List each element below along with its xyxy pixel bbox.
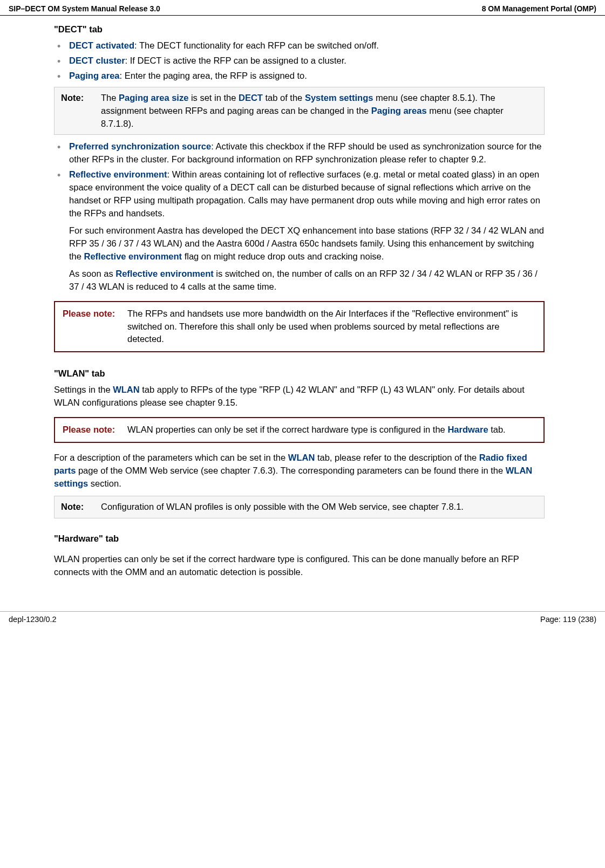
reflective-para-2: As soon as Reflective environment is swi…: [54, 268, 545, 293]
hardware-text: WLAN properties can only be set if the c…: [54, 553, 545, 579]
dect-tab-list-1: DECT activated: The DECT functionality f…: [54, 39, 545, 83]
page-header: SIP–DECT OM System Manual Release 3.0 8 …: [0, 0, 605, 16]
wlan-intro: Settings in the WLAN tab apply to RFPs o…: [54, 384, 545, 409]
text: As soon as: [69, 269, 115, 278]
please-note-label: Please note:: [63, 423, 127, 436]
text: Settings in the: [54, 385, 113, 394]
term-paging-area-size: Paging area size: [119, 93, 188, 102]
term-wlan-2: WLAN: [288, 453, 315, 462]
page-content: "DECT" tab DECT activated: The DECT func…: [0, 16, 605, 579]
header-right: 8 OM Management Portal (OMP): [482, 4, 596, 13]
term-dect-cluster: DECT cluster: [69, 56, 125, 65]
text: section.: [88, 479, 121, 488]
text: is set in the: [188, 93, 239, 102]
please-note-box-2: Please note: WLAN properties can only be…: [54, 417, 545, 443]
text: The: [101, 93, 119, 102]
note-label: Note:: [61, 92, 101, 131]
footer-left: depl-1230/0.2: [9, 615, 57, 624]
list-item: DECT activated: The DECT functionality f…: [67, 39, 545, 52]
text: page of the OMM Web service (see chapter…: [76, 466, 505, 475]
hardware-tab-heading: "Hardware" tab: [54, 532, 545, 545]
please-note-body: WLAN properties can only be set if the c…: [127, 423, 536, 436]
note-label: Note:: [61, 501, 101, 514]
text: : If DECT is active the RFP can be assig…: [125, 56, 346, 65]
wlan-tab-heading: "WLAN" tab: [54, 367, 545, 380]
term-wlan: WLAN: [113, 385, 139, 394]
dect-tab-heading: "DECT" tab: [54, 23, 545, 36]
please-note-body: The RFPs and handsets use more bandwidth…: [127, 307, 536, 346]
text: tab.: [488, 425, 506, 434]
term-reflective-env: Reflective environment: [69, 169, 167, 179]
note-body: Configuration of WLAN profiles is only p…: [101, 501, 538, 514]
term-paging-areas: Paging areas: [371, 106, 427, 115]
header-left: SIP–DECT OM System Manual Release 3.0: [9, 4, 160, 13]
list-item: Reflective environment: Within areas con…: [67, 168, 545, 220]
text: flag on might reduce drop outs and crack…: [182, 251, 384, 261]
term-dect-tab-ref: DECT: [239, 93, 263, 102]
please-note-label: Please note:: [63, 307, 127, 346]
wlan-desc: For a description of the parameters whic…: [54, 452, 545, 490]
term-system-settings: System settings: [305, 93, 373, 102]
term-dect-activated: DECT activated: [69, 40, 134, 50]
note-box-1: Note: The Paging area size is set in the…: [54, 87, 545, 135]
text: tab of the: [263, 93, 305, 102]
term-pref-sync: Preferred synchronization source: [69, 141, 211, 151]
note-box-2: Note: Configuration of WLAN profiles is …: [54, 496, 545, 518]
text: tab, please refer to the description of …: [315, 453, 479, 462]
footer-right: Page: 119 (238): [540, 615, 596, 624]
term-hardware: Hardware: [447, 425, 488, 434]
note-body: The Paging area size is set in the DECT …: [101, 92, 538, 131]
text: WLAN properties can only be set if the c…: [127, 425, 447, 434]
please-note-box-1: Please note: The RFPs and handsets use m…: [54, 301, 545, 353]
text: For a description of the parameters whic…: [54, 453, 288, 462]
text: : Enter the paging area, the RFP is assi…: [120, 71, 307, 80]
term-reflective-env-inline: Reflective environment: [84, 251, 182, 261]
list-item: DECT cluster: If DECT is active the RFP …: [67, 54, 545, 67]
list-item: Preferred synchronization source: Activa…: [67, 140, 545, 166]
text: : The DECT functionality for each RFP ca…: [134, 40, 379, 50]
term-reflective-env-inline-2: Reflective environment: [115, 269, 214, 278]
dect-tab-list-2: Preferred synchronization source: Activa…: [54, 140, 545, 220]
page-footer: depl-1230/0.2 Page: 119 (238): [0, 611, 605, 629]
list-item: Paging area: Enter the paging area, the …: [67, 70, 545, 83]
term-paging-area: Paging area: [69, 71, 120, 80]
reflective-para-1: For such environment Aastra has develope…: [54, 224, 545, 263]
